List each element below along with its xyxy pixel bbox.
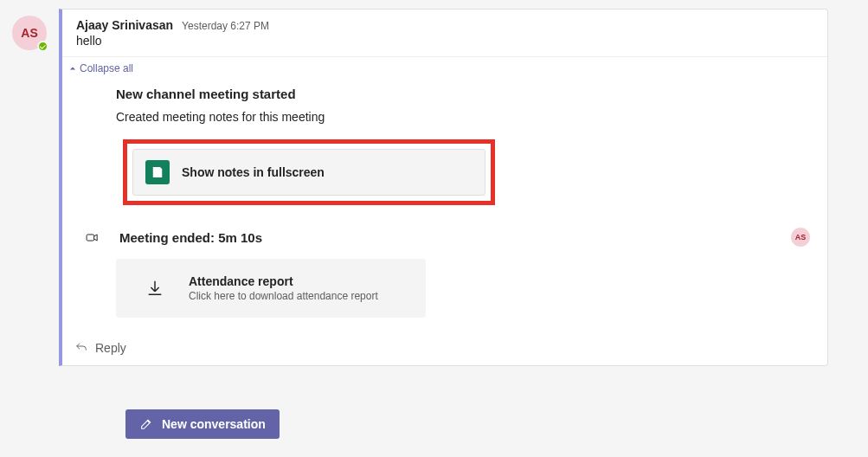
attendance-title: Attendance report — [189, 274, 378, 288]
message-text: hello — [76, 34, 813, 48]
notes-button-label: Show notes in fullscreen — [182, 165, 325, 179]
reply-label: Reply — [95, 341, 126, 355]
attendance-subtitle: Click here to download attendance report — [189, 290, 378, 302]
message-card: Ajaay Srinivasan Yesterday 6:27 PM hello… — [59, 9, 828, 366]
chevron-up-icon — [69, 65, 76, 72]
compose-icon — [139, 417, 153, 431]
meeting-ended-text: Meeting ended: 5m 10s — [119, 230, 791, 245]
highlight-annotation: Show notes in fullscreen — [123, 139, 495, 205]
video-icon — [83, 228, 100, 246]
presence-indicator — [37, 41, 48, 52]
avatar-initials: AS — [21, 26, 37, 40]
meeting-notes-subtitle: Created meeting notes for this meeting — [116, 110, 813, 124]
author-name[interactable]: Ajaay Srinivasan — [76, 18, 173, 32]
participant-avatar[interactable]: AS — [791, 228, 810, 247]
mini-avatar-initials: AS — [795, 233, 807, 241]
collapse-all-link[interactable]: Collapse all — [62, 57, 827, 80]
reply-button[interactable]: Reply — [62, 331, 827, 365]
new-conversation-button[interactable]: New conversation — [125, 409, 280, 439]
svg-rect-0 — [87, 234, 94, 240]
message-header: Ajaay Srinivasan Yesterday 6:27 PM hello — [62, 10, 827, 57]
download-icon — [144, 277, 166, 299]
meeting-started-title: New channel meeting started — [116, 87, 813, 101]
collapse-label: Collapse all — [80, 62, 133, 74]
attendance-report-card[interactable]: Attendance report Click here to download… — [116, 259, 426, 318]
new-conversation-label: New conversation — [162, 417, 266, 431]
show-notes-button[interactable]: Show notes in fullscreen — [132, 149, 485, 196]
notes-icon — [145, 160, 170, 184]
message-timestamp: Yesterday 6:27 PM — [182, 20, 269, 32]
reply-icon — [74, 341, 88, 355]
author-avatar[interactable]: AS — [12, 16, 47, 50]
